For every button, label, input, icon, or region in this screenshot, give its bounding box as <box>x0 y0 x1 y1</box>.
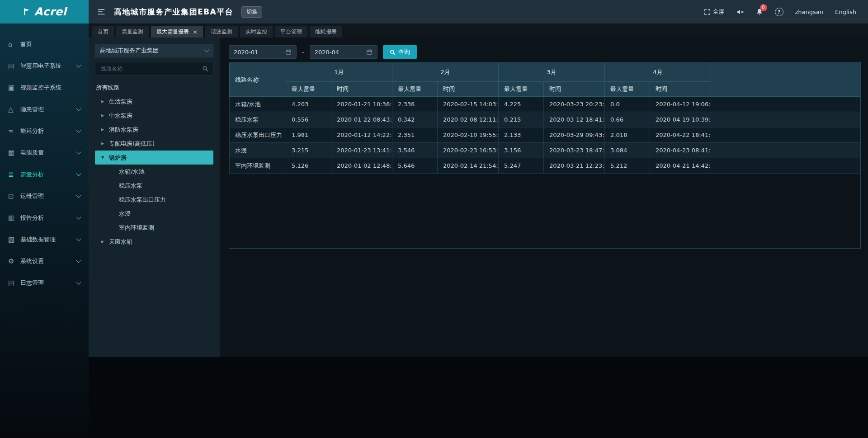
tab-home[interactable]: 首页 <box>92 26 114 38</box>
max-demand-table-container: 线路名称1月2月3月4月最大需量时间最大需量时间最大需量时间最大需量时间水箱/水… <box>229 62 861 249</box>
tree-node-pressure-stabilizing-pump[interactable]: 稳压水泵 <box>95 179 213 193</box>
sidebar-item-log-mgmt[interactable]: ▤日志管理 <box>0 272 89 294</box>
sidebar-item-label: 需量分析 <box>20 170 77 179</box>
tab-energy-report[interactable]: 能耗报表 <box>310 26 342 38</box>
tree-root-all-lines[interactable]: 所有线路 <box>95 81 213 94</box>
menu-collapse-icon[interactable] <box>97 8 106 16</box>
line-search <box>95 62 213 75</box>
col-header-time: 时间 <box>544 82 605 97</box>
sidebar-item-video-monitor-system[interactable]: ▣视频监控子系统 <box>0 77 89 99</box>
cell-time: 2020-03-21 12:23:00 <box>544 158 605 174</box>
caret-right-icon: ▶ <box>101 99 109 104</box>
chevron-down-icon <box>76 214 81 219</box>
sidebar-item-demand-analysis[interactable]: ≣需量分析 <box>0 164 89 185</box>
tree-node-indoor-env-monitoring[interactable]: 室内环境监测 <box>95 221 213 235</box>
table-row: 室内环境监测5.1262020-01-02 12:48:005.6462020-… <box>230 158 860 174</box>
switch-button[interactable]: 切换 <box>241 6 262 18</box>
end-date-input[interactable]: 2020-04 <box>310 45 377 59</box>
query-button[interactable]: 查询 <box>383 45 417 59</box>
acrel-logo: Acrel <box>0 0 89 24</box>
line-tree: 所有线路 ▶生活泵房▶中水泵房▶消防水泵房▶专配电房(高低压)▼锅炉房水箱/水池… <box>95 81 213 249</box>
tree-node-label: 专配电房(高低压) <box>109 140 155 148</box>
sidebar-item-smart-power-system[interactable]: ▤智慧用电子系统 <box>0 55 89 77</box>
tree-node-water-leak[interactable]: 水浸 <box>95 207 213 221</box>
sidebar-item-ops-mgmt[interactable]: ⊡运维管理 <box>0 185 89 207</box>
tree-node-roof-water-tank[interactable]: ▶天面水箱 <box>95 235 213 249</box>
tab-harmonic-monitoring[interactable]: 谐波监测 <box>205 26 238 38</box>
cell-time: 2020-02-23 16:53:00 <box>438 143 499 158</box>
sidebar-item-home[interactable]: ⌂首页 <box>0 33 89 55</box>
tree-node-reclaimed-water-pump-room[interactable]: ▶中水泵房 <box>95 108 213 122</box>
tree-node-label: 中水泵房 <box>109 112 132 120</box>
sidebar-item-hazard-mgmt[interactable]: △隐患管理 <box>0 99 89 120</box>
cell-time: 2020-02-15 14:03:00 <box>438 97 499 112</box>
sidebar-item-report-analysis[interactable]: ▥报告分析 <box>0 207 89 229</box>
mute-button[interactable] <box>736 8 744 16</box>
language-switch[interactable]: English <box>835 9 856 15</box>
cell-filler <box>711 143 860 158</box>
date-range-separator: - <box>302 49 304 56</box>
tree-node-water-tank-pool[interactable]: 水箱/水池 <box>95 165 213 179</box>
cell-max-demand: 3.215 <box>286 143 331 158</box>
tree-node-label: 消防水泵房 <box>109 126 138 134</box>
tab-label: 最大需量报表 <box>156 28 189 36</box>
tree-node-pressure-pump-outlet-pressure[interactable]: 稳压水泵出口压力 <box>95 193 213 207</box>
content-area: 首页需量监测最大需量报表×谐波监测实时监控平台管理能耗报表 高地城市服务产业集团… <box>89 24 868 438</box>
col-header-max-demand: 最大需量 <box>392 82 438 97</box>
line-search-input[interactable] <box>100 65 202 72</box>
tab-demand-monitoring[interactable]: 需量监测 <box>116 26 149 38</box>
tree-node-label: 稳压水泵 <box>119 182 142 190</box>
col-header-max-demand: 最大需量 <box>605 82 650 97</box>
chevron-down-icon <box>204 47 209 52</box>
sidebar-item-label: 报告分析 <box>20 214 77 222</box>
tab-platform-mgmt[interactable]: 平台管理 <box>275 26 307 38</box>
fullscreen-button[interactable]: 全屏 <box>704 8 725 16</box>
tree-node-boiler-room[interactable]: ▼锅炉房 <box>95 151 213 165</box>
tab-max-demand-report[interactable]: 最大需量报表× <box>151 26 203 38</box>
close-icon[interactable]: × <box>193 29 198 35</box>
top-header: Acrel 高地城市服务产业集团EBA平台 切换 全屏 <box>0 0 868 24</box>
sidebar-item-energy-analysis[interactable]: ≈能耗分析 <box>0 120 89 142</box>
cell-line-name: 稳压水泵出口压力 <box>230 127 286 143</box>
cell-time: 2020-03-29 09:43:00 <box>544 127 605 143</box>
tree-node-life-pump-room[interactable]: ▶生活泵房 <box>95 94 213 108</box>
username[interactable]: zhangsan <box>795 9 824 15</box>
sidebar-item-system-settings[interactable]: ⚙系统设置 <box>0 250 89 272</box>
app-root: Acrel 高地城市服务产业集团EBA平台 切换 全屏 <box>0 0 868 438</box>
tab-realtime-monitoring[interactable]: 实时监控 <box>240 26 273 38</box>
cell-max-demand: 2.351 <box>392 127 438 143</box>
sidebar-item-label: 视频监控子系统 <box>20 84 80 92</box>
tree-node-power-room-hv-lv[interactable]: ▶专配电房(高低压) <box>95 137 213 151</box>
cell-line-name: 室内环境监测 <box>230 158 286 174</box>
cell-line-name: 稳压水泵 <box>230 112 286 127</box>
chevron-down-icon <box>76 236 81 241</box>
database-icon: ▧ <box>8 235 20 244</box>
tab-label: 平台管理 <box>280 28 302 36</box>
notifications-button[interactable]: 0 <box>756 8 763 16</box>
cell-max-demand: 2.018 <box>605 127 650 143</box>
cell-filler <box>711 127 860 143</box>
video-monitor-icon: ▣ <box>8 84 20 92</box>
col-group-month-3: 3月 <box>499 63 605 82</box>
cell-max-demand: 0.342 <box>392 112 438 127</box>
sidebar-item-base-data-mgmt[interactable]: ▧基础数据管理 <box>0 229 89 250</box>
col-header-time: 时间 <box>650 82 711 97</box>
query-bar: 2020-01 - 2020-04 <box>229 45 861 59</box>
ops-box-icon: ⊡ <box>8 192 20 200</box>
chevron-down-icon <box>76 106 81 111</box>
tree-node-fire-pump-room[interactable]: ▶消防水泵房 <box>95 122 213 137</box>
chevron-down-icon <box>76 149 81 154</box>
col-header-max-demand: 最大需量 <box>286 82 331 97</box>
cell-time: 2020-01-22 08:43:00 <box>331 112 392 127</box>
org-select[interactable]: 高地城市服务产业集团 <box>95 44 213 57</box>
cell-time: 2020-02-14 21:54:00 <box>438 158 499 174</box>
speaker-mute-icon <box>736 8 744 16</box>
start-date-input[interactable]: 2020-01 <box>229 45 297 59</box>
sidebar-item-power-quality[interactable]: ▦电能质量 <box>0 142 89 164</box>
logo-text: Acrel <box>34 5 67 18</box>
cell-max-demand: 2.133 <box>499 127 544 143</box>
cell-time: 2020-03-12 18:41:00 <box>544 112 605 127</box>
table-row: 稳压水泵出口压力1.9812020-01-12 14:22:002.351202… <box>230 127 860 143</box>
help-button[interactable]: ? <box>775 8 783 16</box>
cell-max-demand: 5.646 <box>392 158 438 174</box>
